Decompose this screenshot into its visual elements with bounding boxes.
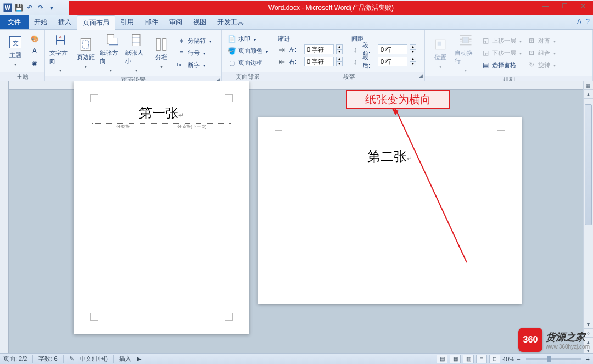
word-icon[interactable]: W <box>2 2 13 13</box>
page-1[interactable]: 第一张↵ 分页符分节符(下一页) <box>74 81 249 334</box>
margins-button[interactable]: 页边距 <box>74 36 98 70</box>
tab-page-layout[interactable]: 页面布局 <box>77 15 115 30</box>
scroll-track[interactable] <box>584 99 593 320</box>
annotation-callout: 纸张变为横向 <box>346 90 450 109</box>
zoom-slider-thumb[interactable] <box>547 356 551 362</box>
tab-insert[interactable]: 插入 <box>53 15 77 29</box>
document-canvas[interactable]: 第一张↵ 分页符分节符(下一页) 第二张↵ 纸张变为横向 <box>0 81 583 355</box>
group-arrange: 位置 自动换行 ◱上移一层 ◲下移一层 ▤选择窗格 ⊞对齐 ⊡组合 ↻旋转 排列 <box>425 30 593 81</box>
scroll-up-icon[interactable]: ▲ <box>584 90 593 99</box>
hyphenation-button[interactable]: bc⁻断字 <box>175 59 214 70</box>
zoom-level[interactable]: 40% <box>502 356 514 362</box>
crop-mark <box>225 313 233 321</box>
file-tab[interactable]: 文件 <box>0 15 29 29</box>
print-layout-view-icon[interactable]: ▤ <box>437 355 447 363</box>
status-word-count[interactable]: 字数: 6 <box>38 355 57 363</box>
proofing-icon[interactable]: ✎ <box>69 355 74 362</box>
tab-view[interactable]: 视图 <box>188 15 212 29</box>
minimize-button[interactable]: — <box>538 1 553 11</box>
outline-view-icon[interactable]: ≡ <box>476 355 487 363</box>
zoom-slider[interactable] <box>526 358 581 360</box>
status-page[interactable]: 页面: 2/2 <box>3 355 27 363</box>
save-icon[interactable]: 💾 <box>13 2 24 13</box>
svg-rect-14 <box>463 37 469 43</box>
group-paragraph: 缩进 ⇥左:▲▼ ⇤右:▲▼ 间距 ↕段前:▲▼ ↕段后:▲▼ 段落◢ <box>273 30 425 81</box>
position-button[interactable]: 位置 <box>428 36 452 70</box>
redo-icon[interactable]: ↷ <box>35 2 46 13</box>
close-button[interactable]: ✕ <box>575 1 591 11</box>
maximize-button[interactable]: ☐ <box>557 1 572 11</box>
send-backward-button[interactable]: ◲下移一层 <box>479 47 524 58</box>
web-layout-view-icon[interactable]: ▥ <box>463 355 474 363</box>
svg-text:A: A <box>59 35 62 40</box>
indent-left-down[interactable]: ▼ <box>336 49 343 54</box>
spacing-header: 间距 <box>350 35 416 43</box>
qa-customize[interactable]: ▾ <box>46 2 57 13</box>
zoom-out-icon[interactable]: − <box>517 356 520 362</box>
full-screen-view-icon[interactable]: ▦ <box>450 355 461 363</box>
tab-references[interactable]: 引用 <box>115 15 139 29</box>
crop-mark <box>497 283 505 290</box>
text-direction-button[interactable]: A文字方向 <box>48 31 72 74</box>
tab-developer[interactable]: 开发工具 <box>212 15 249 29</box>
theme-fonts[interactable]: A <box>28 46 41 57</box>
crop-mark <box>275 283 282 290</box>
indent-header: 缩进 <box>277 35 343 43</box>
align-button[interactable]: ⊞对齐 <box>525 35 558 46</box>
rotate-button[interactable]: ↻旋转 <box>525 59 558 70</box>
watermark-button[interactable]: 📄水印 <box>225 33 270 44</box>
breaks-button[interactable]: ⎆分隔符 <box>175 35 214 46</box>
watermark-name: 货源之家 <box>546 331 590 344</box>
svg-text:W: W <box>5 5 10 11</box>
help-icon[interactable]: ? <box>586 18 590 25</box>
tab-home[interactable]: 开始 <box>29 15 53 29</box>
group-button[interactable]: ⊡组合 <box>525 47 558 58</box>
indent-left-input[interactable] <box>304 44 334 54</box>
indent-right[interactable]: ⇤右:▲▼ <box>277 56 343 67</box>
themes-button[interactable]: 文 主题 <box>3 33 27 68</box>
theme-effects[interactable]: ◉ <box>28 58 41 69</box>
bring-forward-button[interactable]: ◱上移一层 <box>479 35 524 46</box>
group-label-page-bg: 页面背景 <box>222 72 273 81</box>
status-language[interactable]: 中文(中国) <box>80 355 108 363</box>
window-title: Word.docx - Microsoft Word(产品激活失败) <box>69 1 593 15</box>
crop-mark <box>497 130 505 138</box>
draft-view-icon[interactable]: □ <box>489 355 500 363</box>
spacing-before[interactable]: ↕段前:▲▼ <box>350 44 416 55</box>
ruler-toggle-icon[interactable]: ▦ <box>584 81 593 90</box>
status-macro-icon[interactable]: ▶ <box>137 355 141 362</box>
crop-mark <box>225 94 233 102</box>
status-bar: 页面: 2/2 字数: 6 ✎ 中文(中国) 插入 ▶ ▤ ▦ ▥ ≡ □ 40… <box>0 353 593 364</box>
spacing-after-input[interactable] <box>378 57 407 66</box>
paragraph-dialog-launcher[interactable]: ◢ <box>419 73 423 79</box>
status-insert-mode[interactable]: 插入 <box>119 355 131 363</box>
columns-button[interactable]: 分栏 <box>149 36 174 70</box>
group-theme: 文 主题 🎨 A ◉ 主题 <box>0 30 45 81</box>
wrap-text-button[interactable]: 自动换行 <box>454 31 478 74</box>
indent-left[interactable]: ⇥左:▲▼ <box>277 44 343 55</box>
tab-review[interactable]: 审阅 <box>164 15 188 29</box>
theme-colors[interactable]: 🎨 <box>28 33 41 44</box>
spacing-after[interactable]: ↕段后:▲▼ <box>350 56 416 67</box>
tab-mailings[interactable]: 邮件 <box>139 15 164 29</box>
site-watermark: 360 货源之家 www.360hyzj.com <box>518 328 590 352</box>
page-border-button[interactable]: ▢页面边框 <box>225 58 270 69</box>
selection-pane-button[interactable]: ▤选择窗格 <box>479 59 524 70</box>
vertical-scrollbar[interactable]: ▦ ▲ ▼ ○ ▴ ▾ <box>583 81 593 355</box>
undo-icon[interactable]: ↶ <box>24 2 35 13</box>
spacing-before-input[interactable] <box>378 44 407 54</box>
crop-mark <box>90 94 98 102</box>
zoom-in-icon[interactable]: + <box>586 356 590 362</box>
scroll-thumb[interactable] <box>585 104 592 225</box>
indent-left-up[interactable]: ▲ <box>336 44 343 49</box>
orientation-button[interactable]: 纸张方向 <box>99 31 123 74</box>
group-label-paragraph: 段落◢ <box>273 72 424 81</box>
page1-title[interactable]: 第一张↵ <box>74 104 249 122</box>
vertical-ruler[interactable] <box>0 81 9 355</box>
page-color-button[interactable]: 🪣页面颜色 <box>225 46 270 57</box>
line-numbers-button[interactable]: ≡行号 <box>175 47 214 58</box>
title-bar: W 💾 ↶ ↷ ▾ Word.docx - Microsoft Word(产品激… <box>0 0 593 15</box>
indent-right-input[interactable] <box>304 57 334 66</box>
minimize-ribbon-icon[interactable]: ᐱ <box>577 18 581 25</box>
size-button[interactable]: 纸张大小 <box>124 31 148 74</box>
